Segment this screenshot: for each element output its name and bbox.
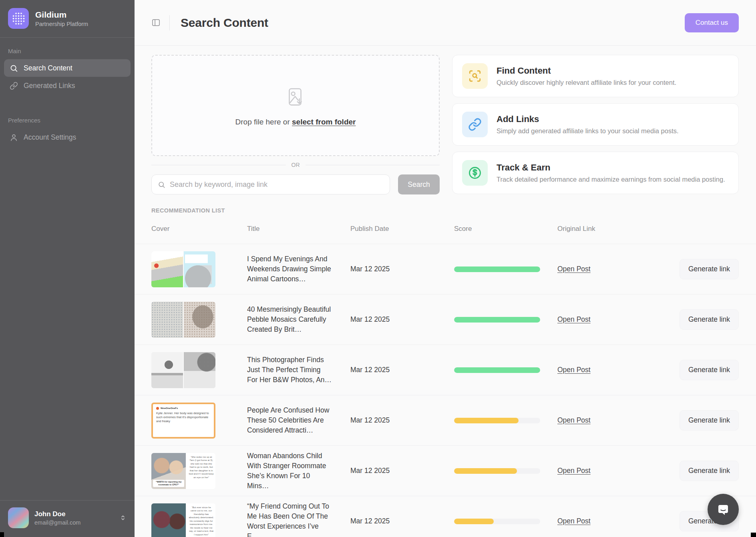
sidebar-item-generated-links[interactable]: Generated Links (4, 77, 131, 94)
image-upload-icon (283, 85, 308, 110)
cover-image (184, 352, 215, 388)
table-row: “But ever since he came out to me, our f… (135, 496, 756, 537)
feature-cards: Find Content Quickly discover highly rel… (452, 55, 739, 194)
generate-link-button[interactable]: Generate link (680, 461, 739, 481)
open-post-link[interactable]: Open Post (557, 366, 591, 374)
search-input[interactable] (170, 180, 384, 189)
table-header: Cover Title Publish Date Score Original … (135, 214, 756, 244)
score-bar (454, 418, 540, 423)
feature-title: Track & Earn (497, 162, 725, 173)
sidebar: Gildium Partnership Platform Main Search… (0, 0, 135, 537)
post-title: 40 Mesmerisingly Beautiful Pebble Mosaic… (247, 305, 332, 335)
cover-image: “WIBTA for reporting my roommate to CPS?… (151, 453, 186, 489)
or-text: OR (292, 162, 300, 168)
cover-quote-text: “But ever since he came out to me, our f… (187, 503, 215, 537)
table-row: This Photographer Finds Just The Perfect… (135, 345, 756, 395)
publish-date: Mar 12 2025 (350, 517, 454, 525)
generate-link-button[interactable]: Generate link (680, 360, 739, 380)
dotted-globe-icon (12, 12, 25, 25)
chat-widget-button[interactable] (708, 494, 739, 525)
recommendation-table: Cover Title Publish Date Score Original … (135, 214, 756, 537)
screen-corner-artifact (751, 533, 756, 537)
publish-date: Mar 12 2025 (350, 416, 454, 425)
score-bar (454, 468, 540, 474)
sidebar-item-account-settings[interactable]: Account Settings (4, 128, 131, 146)
col-title: Title (247, 225, 350, 233)
search-icon (158, 181, 165, 188)
feature-desc: Quickly discover highly relevant affilia… (497, 79, 676, 86)
post-title: People Are Confused How These 50 Celebri… (247, 405, 332, 435)
score-bar-fill (454, 468, 517, 474)
post-title: I Spend My Evenings And Weekends Drawing… (247, 254, 332, 284)
cover-thumbnail (151, 352, 215, 388)
search-box (151, 174, 390, 194)
cover-image (184, 251, 215, 287)
contact-us-button[interactable]: Contact us (685, 13, 739, 32)
search-row: Search (151, 174, 440, 194)
chain-link-icon (462, 112, 488, 137)
feature-desc: Simply add generated affiliate links to … (497, 127, 679, 135)
post-title: “My Friend Coming Out To Me Has Been One… (247, 501, 332, 537)
topbar: Search Content Contact us (135, 0, 756, 46)
table-row: 40 Mesmerisingly Beautiful Pebble Mosaic… (135, 295, 756, 345)
search-button[interactable]: Search (398, 174, 440, 194)
cover-caption: “WIBTA for reporting my roommate to CPS?… (153, 480, 184, 487)
sidebar-item-label: Generated Links (24, 82, 75, 90)
cover-thumbnail: “But ever since he came out to me, our f… (151, 503, 215, 537)
score-bar-fill (454, 418, 519, 423)
col-original-link: Original Link (557, 225, 678, 233)
cover-image (151, 352, 183, 388)
sidebar-item-search-content[interactable]: Search Content (4, 59, 131, 77)
open-post-link[interactable]: Open Post (557, 265, 591, 273)
page-title: Search Content (181, 16, 268, 30)
screen-corner-artifact (0, 532, 4, 537)
brand-subtitle: Partnership Platform (35, 21, 88, 27)
table-row: “WIBTA for reporting my roommate to CPS?… (135, 446, 756, 496)
sidebar-item-label: Account Settings (24, 133, 76, 142)
feature-title: Add Links (497, 114, 679, 124)
cover-image (151, 302, 183, 338)
or-divider: OR (151, 162, 440, 168)
content: Drop file here or select from folder OR … (135, 46, 756, 214)
generate-link-button[interactable]: Generate link (680, 309, 739, 330)
post-title: Woman Abandons Child With Stranger Roomm… (247, 451, 332, 491)
upload-column: Drop file here or select from folder OR … (151, 55, 440, 214)
generate-link-button[interactable]: Generate link (680, 410, 739, 431)
chat-bubble-icon (715, 501, 731, 517)
cover-image (151, 503, 186, 537)
open-post-link[interactable]: Open Post (557, 467, 591, 475)
col-cover: Cover (151, 225, 247, 233)
dollar-circle-icon (462, 160, 488, 186)
generate-link-button[interactable]: Generate link (680, 259, 739, 279)
dropzone-text: Drop file here or select from folder (235, 118, 356, 126)
avatar (8, 507, 29, 528)
sidebar-section-main: Main (0, 38, 135, 59)
score-bar (454, 317, 540, 323)
user-menu[interactable]: John Doe email@gmail.com (0, 500, 135, 537)
publish-date: Mar 12 2025 (350, 366, 454, 374)
score-bar (454, 367, 540, 373)
col-publish-date: Publish Date (350, 225, 454, 233)
sidebar-item-label: Search Content (24, 64, 72, 72)
score-bar-fill (454, 266, 540, 272)
topbar-divider (169, 15, 170, 30)
score-bar-fill (454, 367, 540, 373)
open-post-link[interactable]: Open Post (557, 517, 591, 525)
sidebar-toggle-icon[interactable] (151, 18, 161, 27)
cover-thumbnail (151, 302, 215, 338)
select-from-folder-link[interactable]: select from folder (292, 118, 356, 126)
open-post-link[interactable]: Open Post (557, 315, 591, 324)
brand-name: Gildium (35, 10, 88, 20)
recommendation-list-label: RECOMMENDATION LIST (151, 207, 440, 214)
sidebar-section-preferences: Preferences (0, 94, 135, 128)
score-bar-fill (454, 317, 540, 323)
table-row: I Spend My Evenings And Weekends Drawing… (135, 244, 756, 295)
file-dropzone[interactable]: Drop file here or select from folder (151, 55, 440, 156)
cover-quote-text: “She woke me up at 7am (I got home at 3)… (187, 453, 215, 489)
open-post-link[interactable]: Open Post (557, 416, 591, 425)
feature-card-add-links: Add Links Simply add generated affiliate… (452, 103, 739, 146)
brand-logo-icon (8, 8, 29, 29)
cover-image (184, 302, 215, 338)
user-name: John Doe (34, 510, 80, 518)
sidebar-nav-preferences: Account Settings (0, 128, 135, 146)
